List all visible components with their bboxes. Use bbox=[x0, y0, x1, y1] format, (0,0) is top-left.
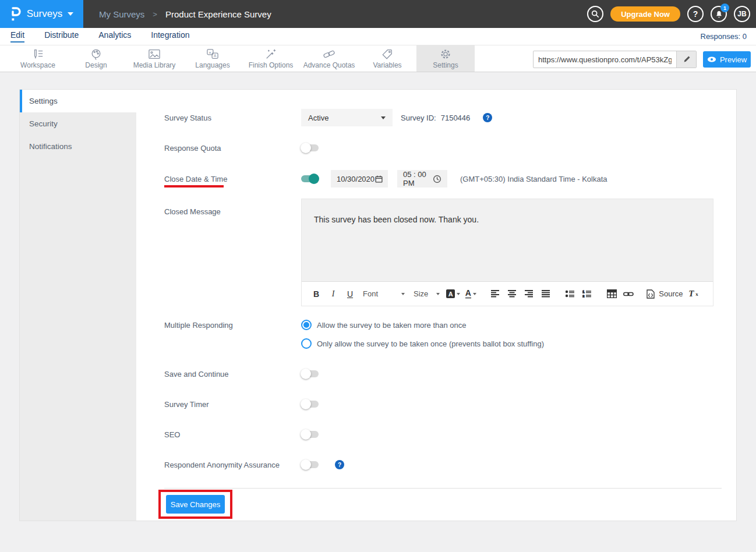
calendar-icon bbox=[375, 175, 383, 183]
underline-button[interactable]: U bbox=[344, 287, 356, 301]
breadcrumb-my-surveys[interactable]: My Surveys bbox=[99, 9, 144, 19]
seo-label: SEO bbox=[164, 430, 301, 439]
chevron-down-icon bbox=[381, 116, 386, 119]
toolbar-item-languages[interactable]: Aa Languages bbox=[183, 45, 242, 72]
survey-timer-row: Survey Timer bbox=[164, 395, 722, 413]
seo-toggle[interactable] bbox=[301, 431, 319, 438]
align-left-button[interactable] bbox=[489, 287, 501, 301]
toolbar-item-settings[interactable]: Settings bbox=[416, 45, 475, 72]
background-color-button[interactable]: A bbox=[446, 287, 460, 301]
close-date-input[interactable]: 10/30/2020 bbox=[331, 170, 388, 187]
product-switcher[interactable]: Surveys bbox=[0, 0, 83, 28]
chevron-down-icon bbox=[436, 293, 440, 295]
multiple-responding-label: Multiple Responding bbox=[164, 321, 301, 330]
text-color-button[interactable]: A bbox=[464, 287, 477, 301]
radio-icon[interactable] bbox=[301, 338, 312, 349]
toolbar-item-design[interactable]: Design bbox=[67, 45, 125, 72]
closed-message-text[interactable]: This survey has been closed now. Thank y… bbox=[302, 199, 713, 281]
survey-status-row: Survey Status Active Survey ID: 7150446 … bbox=[164, 109, 722, 126]
red-annotation-underline bbox=[164, 185, 224, 187]
survey-id-value: 7150446 bbox=[441, 114, 471, 122]
respondent-anonymity-row: Respondent Anonymity Assurance ? bbox=[164, 456, 722, 473]
notification-count-badge: 1 bbox=[720, 3, 729, 12]
settings-sidebar: Settings Security Notifications bbox=[20, 90, 136, 521]
tab-analytics[interactable]: Analytics bbox=[98, 30, 131, 43]
preview-button[interactable]: Preview bbox=[703, 51, 751, 68]
survey-id-label: Survey ID: bbox=[401, 114, 436, 122]
notifications-button[interactable]: 1 bbox=[711, 6, 727, 22]
radio-option-once[interactable]: Only allow the survey to be taken once (… bbox=[301, 335, 544, 352]
respondent-anonymity-label: Respondent Anonymity Assurance bbox=[164, 461, 301, 469]
close-time-input[interactable]: 05 : 00 PM bbox=[397, 170, 447, 187]
seo-row: SEO bbox=[164, 426, 722, 443]
responses-count: Responses: 0 bbox=[701, 32, 747, 41]
breadcrumb-separator: > bbox=[153, 10, 157, 19]
survey-url-input[interactable] bbox=[534, 55, 676, 64]
search-icon bbox=[591, 10, 599, 18]
close-date-toggle[interactable] bbox=[301, 175, 319, 182]
edit-url-button[interactable] bbox=[676, 51, 696, 68]
numbered-list-button[interactable]: 12 bbox=[581, 287, 594, 301]
svg-text:a: a bbox=[209, 50, 211, 54]
edit-toolbar: Workspace Design Media Library Aa Langua… bbox=[0, 45, 756, 72]
red-annotation-box: Save Changes bbox=[158, 490, 232, 519]
survey-status-select[interactable]: Active bbox=[301, 109, 393, 126]
tag-icon bbox=[381, 48, 394, 60]
sidebar-item-security[interactable]: Security bbox=[20, 112, 136, 135]
radio-icon[interactable] bbox=[301, 320, 312, 330]
italic-button[interactable]: I bbox=[327, 287, 340, 301]
search-button[interactable] bbox=[587, 6, 603, 22]
chevron-down-icon bbox=[68, 12, 73, 16]
upgrade-now-button[interactable]: Upgrade Now bbox=[610, 6, 680, 22]
chevron-down-icon bbox=[401, 293, 405, 295]
survey-id-help-icon[interactable]: ? bbox=[483, 113, 492, 122]
svg-text:1: 1 bbox=[582, 290, 585, 293]
translate-icon: Aa bbox=[206, 48, 220, 60]
bullet-list-button[interactable] bbox=[564, 287, 577, 301]
questionpro-logo-icon bbox=[10, 6, 22, 22]
tab-distribute[interactable]: Distribute bbox=[44, 30, 79, 43]
palette-icon bbox=[90, 48, 103, 60]
close-date-label: Close Date & Time bbox=[164, 175, 301, 183]
help-button[interactable]: ? bbox=[687, 6, 704, 22]
toolbar-item-workspace[interactable]: Workspace bbox=[9, 45, 67, 72]
settings-card: Settings Security Notifications Survey S… bbox=[19, 89, 737, 521]
respondent-anonymity-toggle[interactable] bbox=[301, 461, 319, 468]
size-dropdown[interactable]: Size bbox=[411, 287, 442, 301]
bold-button[interactable]: B bbox=[310, 287, 323, 301]
anonymity-help-icon[interactable]: ? bbox=[335, 460, 344, 469]
survey-timer-toggle[interactable] bbox=[301, 401, 319, 408]
rich-text-toolbar: B I U Font Size A A bbox=[302, 281, 713, 306]
svg-text:2: 2 bbox=[582, 295, 585, 298]
eye-icon bbox=[707, 56, 716, 63]
align-center-button[interactable] bbox=[506, 287, 518, 301]
main-nav-tabs: Edit Distribute Analytics Integration Re… bbox=[0, 28, 756, 45]
save-and-continue-toggle[interactable] bbox=[301, 370, 319, 377]
insert-table-button[interactable] bbox=[605, 287, 618, 301]
source-button[interactable]: Source bbox=[647, 287, 683, 301]
remove-format-button[interactable]: Tx bbox=[687, 287, 700, 301]
avatar-initials: JB bbox=[737, 10, 746, 18]
closed-message-label: Closed Message bbox=[164, 207, 301, 216]
tab-edit[interactable]: Edit bbox=[10, 30, 24, 43]
sidebar-item-notifications[interactable]: Notifications bbox=[20, 135, 136, 158]
toolbar-item-variables[interactable]: Variables bbox=[358, 45, 416, 72]
svg-text:A: A bbox=[214, 54, 217, 58]
sidebar-item-settings[interactable]: Settings bbox=[20, 90, 136, 112]
align-right-button[interactable] bbox=[522, 287, 535, 301]
toolbar-item-advance-quotas[interactable]: Advance Quotas bbox=[300, 45, 358, 72]
justify-button[interactable] bbox=[539, 287, 552, 301]
save-changes-button[interactable]: Save Changes bbox=[166, 495, 225, 514]
product-name: Surveys bbox=[27, 8, 62, 20]
insert-link-button[interactable] bbox=[622, 287, 635, 301]
avatar[interactable]: JB bbox=[734, 6, 750, 22]
breadcrumb-survey-title: Product Experience Survey bbox=[165, 9, 271, 19]
toolbar-item-media-library[interactable]: Media Library bbox=[125, 45, 183, 72]
tab-integration[interactable]: Integration bbox=[151, 30, 189, 43]
question-mark-icon: ? bbox=[693, 9, 698, 19]
response-quota-label: Response Quota bbox=[164, 144, 301, 153]
radio-option-multiple[interactable]: Allow the survey to be taken more than o… bbox=[301, 316, 544, 334]
toolbar-item-finish-options[interactable]: Finish Options bbox=[242, 45, 300, 72]
response-quota-toggle[interactable] bbox=[301, 144, 319, 151]
font-dropdown[interactable]: Font bbox=[361, 287, 407, 301]
